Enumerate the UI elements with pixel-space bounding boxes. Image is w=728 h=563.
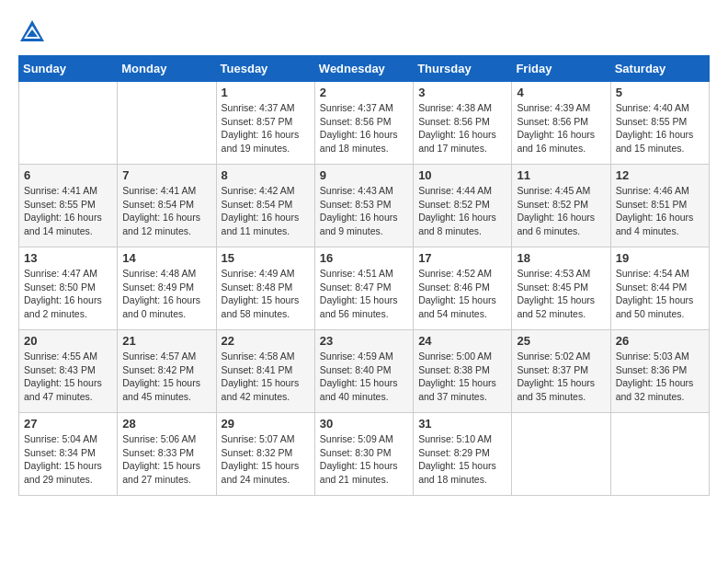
weekday-header-saturday: Saturday	[610, 56, 709, 82]
day-number: 17	[418, 251, 506, 265]
calendar-cell: 30Sunrise: 5:09 AM Sunset: 8:30 PM Dayli…	[314, 413, 413, 496]
week-row-5: 27Sunrise: 5:04 AM Sunset: 8:34 PM Dayli…	[19, 413, 710, 496]
day-number: 6	[24, 168, 112, 182]
calendar-cell: 31Sunrise: 5:10 AM Sunset: 8:29 PM Dayli…	[414, 413, 512, 496]
day-info: Sunrise: 4:41 AM Sunset: 8:54 PM Dayligh…	[122, 184, 210, 238]
day-number: 25	[517, 334, 605, 348]
day-number: 10	[418, 168, 506, 182]
calendar-cell: 25Sunrise: 5:02 AM Sunset: 8:37 PM Dayli…	[512, 330, 610, 413]
day-info: Sunrise: 4:41 AM Sunset: 8:55 PM Dayligh…	[24, 184, 112, 238]
week-row-2: 6Sunrise: 4:41 AM Sunset: 8:55 PM Daylig…	[19, 165, 710, 247]
day-info: Sunrise: 4:53 AM Sunset: 8:45 PM Dayligh…	[517, 267, 605, 321]
calendar-cell	[19, 82, 118, 165]
day-number: 14	[122, 251, 210, 265]
day-number: 5	[616, 86, 704, 99]
day-info: Sunrise: 4:42 AM Sunset: 8:54 PM Dayligh…	[222, 184, 310, 238]
day-number: 11	[517, 168, 605, 182]
day-info: Sunrise: 4:59 AM Sunset: 8:40 PM Dayligh…	[320, 350, 408, 404]
day-number: 29	[222, 417, 310, 431]
day-info: Sunrise: 4:44 AM Sunset: 8:52 PM Dayligh…	[418, 184, 506, 238]
day-info: Sunrise: 4:46 AM Sunset: 8:51 PM Dayligh…	[616, 184, 704, 238]
calendar-table: SundayMondayTuesdayWednesdayThursdayFrid…	[18, 55, 710, 496]
calendar-cell: 4Sunrise: 4:39 AM Sunset: 8:56 PM Daylig…	[512, 82, 610, 165]
calendar-cell: 26Sunrise: 5:03 AM Sunset: 8:36 PM Dayli…	[610, 330, 709, 413]
day-info: Sunrise: 4:55 AM Sunset: 8:43 PM Dayligh…	[24, 350, 112, 404]
day-number: 31	[418, 417, 506, 431]
day-number: 30	[320, 417, 408, 431]
page-header	[18, 18, 710, 46]
day-info: Sunrise: 4:52 AM Sunset: 8:46 PM Dayligh…	[418, 267, 506, 321]
calendar-cell: 20Sunrise: 4:55 AM Sunset: 8:43 PM Dayli…	[19, 330, 118, 413]
calendar-cell: 21Sunrise: 4:57 AM Sunset: 8:42 PM Dayli…	[118, 330, 216, 413]
day-info: Sunrise: 4:37 AM Sunset: 8:56 PM Dayligh…	[320, 101, 408, 155]
calendar-cell: 8Sunrise: 4:42 AM Sunset: 8:54 PM Daylig…	[216, 165, 314, 247]
day-info: Sunrise: 5:00 AM Sunset: 8:38 PM Dayligh…	[418, 350, 506, 404]
calendar-cell: 11Sunrise: 4:45 AM Sunset: 8:52 PM Dayli…	[512, 165, 610, 247]
calendar-cell: 6Sunrise: 4:41 AM Sunset: 8:55 PM Daylig…	[19, 165, 118, 247]
calendar-cell: 17Sunrise: 4:52 AM Sunset: 8:46 PM Dayli…	[414, 247, 512, 330]
week-row-4: 20Sunrise: 4:55 AM Sunset: 8:43 PM Dayli…	[19, 330, 710, 413]
calendar-cell: 23Sunrise: 4:59 AM Sunset: 8:40 PM Dayli…	[314, 330, 413, 413]
calendar-cell	[610, 413, 709, 496]
day-number: 28	[122, 417, 210, 431]
weekday-header-monday: Monday	[118, 56, 216, 82]
day-number: 16	[320, 251, 408, 265]
calendar-cell: 19Sunrise: 4:54 AM Sunset: 8:44 PM Dayli…	[610, 247, 709, 330]
calendar-cell: 2Sunrise: 4:37 AM Sunset: 8:56 PM Daylig…	[314, 82, 413, 165]
day-info: Sunrise: 5:06 AM Sunset: 8:33 PM Dayligh…	[122, 432, 210, 487]
day-number: 20	[24, 334, 112, 348]
day-number: 21	[122, 334, 210, 348]
calendar-cell: 7Sunrise: 4:41 AM Sunset: 8:54 PM Daylig…	[118, 165, 216, 247]
day-info: Sunrise: 4:39 AM Sunset: 8:56 PM Dayligh…	[517, 101, 605, 155]
calendar-cell: 22Sunrise: 4:58 AM Sunset: 8:41 PM Dayli…	[216, 330, 314, 413]
day-info: Sunrise: 5:02 AM Sunset: 8:37 PM Dayligh…	[517, 350, 605, 404]
day-number: 15	[222, 251, 310, 265]
day-number: 4	[517, 86, 605, 99]
calendar-cell: 28Sunrise: 5:06 AM Sunset: 8:33 PM Dayli…	[118, 413, 216, 496]
calendar-cell: 9Sunrise: 4:43 AM Sunset: 8:53 PM Daylig…	[314, 165, 413, 247]
calendar-cell: 14Sunrise: 4:48 AM Sunset: 8:49 PM Dayli…	[118, 247, 216, 330]
calendar-cell: 18Sunrise: 4:53 AM Sunset: 8:45 PM Dayli…	[512, 247, 610, 330]
calendar-cell: 5Sunrise: 4:40 AM Sunset: 8:55 PM Daylig…	[610, 82, 709, 165]
weekday-header-thursday: Thursday	[414, 56, 512, 82]
day-number: 13	[24, 251, 112, 265]
day-number: 22	[222, 334, 310, 348]
day-number: 9	[320, 168, 408, 182]
day-number: 12	[616, 168, 704, 182]
day-info: Sunrise: 5:04 AM Sunset: 8:34 PM Dayligh…	[24, 432, 112, 487]
logo-icon	[18, 18, 46, 46]
calendar-cell: 27Sunrise: 5:04 AM Sunset: 8:34 PM Dayli…	[19, 413, 118, 496]
weekday-header-friday: Friday	[512, 56, 610, 82]
day-number: 2	[320, 86, 408, 99]
weekday-header-tuesday: Tuesday	[216, 56, 314, 82]
calendar-cell: 15Sunrise: 4:49 AM Sunset: 8:48 PM Dayli…	[216, 247, 314, 330]
day-info: Sunrise: 4:45 AM Sunset: 8:52 PM Dayligh…	[517, 184, 605, 238]
day-info: Sunrise: 4:37 AM Sunset: 8:57 PM Dayligh…	[222, 101, 310, 155]
day-number: 7	[122, 168, 210, 182]
day-info: Sunrise: 4:47 AM Sunset: 8:50 PM Dayligh…	[24, 267, 112, 321]
day-number: 18	[517, 251, 605, 265]
day-info: Sunrise: 4:58 AM Sunset: 8:41 PM Dayligh…	[222, 350, 310, 404]
weekday-header-sunday: Sunday	[19, 56, 118, 82]
day-info: Sunrise: 5:07 AM Sunset: 8:32 PM Dayligh…	[222, 432, 310, 487]
weekday-header-wednesday: Wednesday	[314, 56, 413, 82]
calendar-cell	[118, 82, 216, 165]
day-info: Sunrise: 5:09 AM Sunset: 8:30 PM Dayligh…	[320, 432, 408, 487]
day-info: Sunrise: 4:38 AM Sunset: 8:56 PM Dayligh…	[418, 101, 506, 155]
day-number: 3	[418, 86, 506, 99]
day-info: Sunrise: 4:51 AM Sunset: 8:47 PM Dayligh…	[320, 267, 408, 321]
day-info: Sunrise: 4:48 AM Sunset: 8:49 PM Dayligh…	[122, 267, 210, 321]
day-info: Sunrise: 5:10 AM Sunset: 8:29 PM Dayligh…	[418, 432, 506, 487]
day-number: 8	[222, 168, 310, 182]
day-number: 26	[616, 334, 704, 348]
day-number: 23	[320, 334, 408, 348]
calendar-cell: 29Sunrise: 5:07 AM Sunset: 8:32 PM Dayli…	[216, 413, 314, 496]
week-row-1: 1Sunrise: 4:37 AM Sunset: 8:57 PM Daylig…	[19, 82, 710, 165]
calendar-cell: 16Sunrise: 4:51 AM Sunset: 8:47 PM Dayli…	[314, 247, 413, 330]
day-number: 19	[616, 251, 704, 265]
day-info: Sunrise: 4:40 AM Sunset: 8:55 PM Dayligh…	[616, 101, 704, 155]
week-row-3: 13Sunrise: 4:47 AM Sunset: 8:50 PM Dayli…	[19, 247, 710, 330]
day-info: Sunrise: 4:57 AM Sunset: 8:42 PM Dayligh…	[122, 350, 210, 404]
day-number: 27	[24, 417, 112, 431]
calendar-cell: 13Sunrise: 4:47 AM Sunset: 8:50 PM Dayli…	[19, 247, 118, 330]
